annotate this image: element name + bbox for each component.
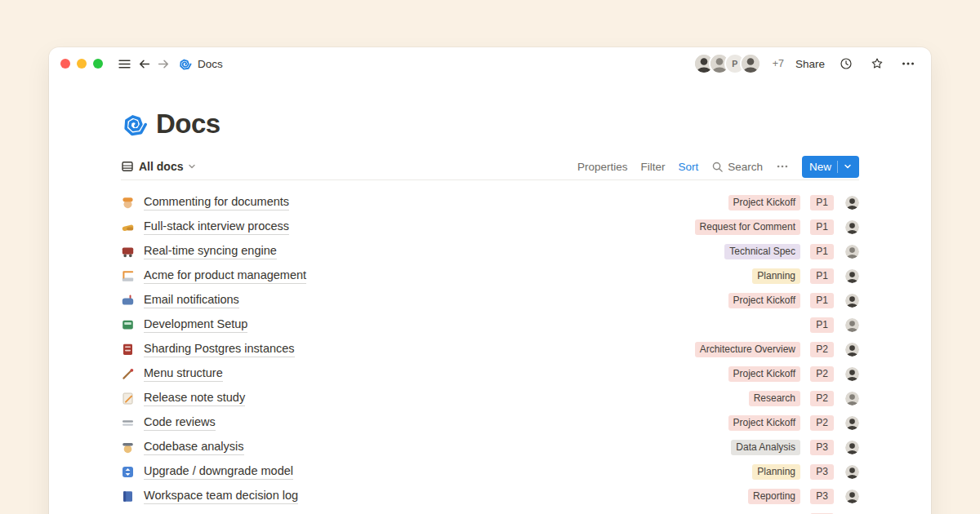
doc-row[interactable]: Release note study Research P2: [121, 386, 859, 410]
tag-badge[interactable]: Planning: [752, 464, 800, 480]
assignee-avatar[interactable]: [845, 392, 859, 405]
priority-badge[interactable]: P2: [810, 415, 834, 431]
tag-badge[interactable]: Project Kickoff: [728, 366, 800, 382]
assignee-avatar[interactable]: [845, 196, 859, 210]
doc-row[interactable]: Real-time syncing engine Technical Spec …: [121, 239, 859, 264]
tag-badge[interactable]: Project Kickoff: [728, 293, 800, 308]
search-button[interactable]: Search: [711, 161, 763, 173]
assignee-avatar[interactable]: [845, 490, 859, 503]
priority-badge[interactable]: P2: [810, 342, 834, 357]
doc-title-link[interactable]: Acme for product management: [144, 268, 306, 284]
priority-badge[interactable]: P1: [810, 219, 834, 235]
doc-title-link[interactable]: Commenting for documents: [144, 194, 289, 210]
more-ellipsis-icon[interactable]: [898, 54, 918, 73]
doc-row[interactable]: Full-stack interview process Request for…: [121, 215, 859, 239]
priority-badge[interactable]: P3: [810, 464, 834, 480]
doc-title-link[interactable]: Upgrade / downgrade model: [144, 463, 293, 480]
doc-row[interactable]: Commenting for documents Project Kickoff…: [121, 190, 859, 215]
new-doc-button[interactable]: New: [802, 156, 859, 178]
tag-badge[interactable]: Data Analysis: [731, 440, 800, 455]
search-icon: [711, 161, 724, 173]
doc-row[interactable]: Development Setup P1: [121, 312, 859, 337]
tag-badge[interactable]: Project Kickoff: [728, 415, 800, 431]
app-window: Docs P +7 Share: [49, 47, 931, 514]
doc-title-link[interactable]: Workspace team decision log: [144, 488, 298, 504]
favorite-star-icon[interactable]: [867, 54, 887, 73]
doc-row[interactable]: Code reviews Project Kickoff P2: [121, 410, 859, 435]
breadcrumb[interactable]: Docs: [178, 57, 223, 71]
assignee-avatar[interactable]: [845, 245, 859, 259]
avatar-overflow-count[interactable]: +7: [773, 58, 784, 69]
assignee-avatar[interactable]: [845, 367, 859, 381]
tag-badge[interactable]: Technical Spec: [724, 244, 800, 259]
page-content: Docs All docs Properties Filter Sort Sea…: [49, 80, 931, 514]
view-selector[interactable]: All docs: [121, 160, 196, 173]
priority-badge[interactable]: P3: [810, 489, 834, 504]
assignee-avatar[interactable]: [845, 343, 859, 357]
doc-row[interactable]: Sharding Postgres instances Architecture…: [121, 337, 859, 361]
doc-row[interactable]: Menu structure Project Kickoff P2: [121, 361, 859, 386]
handshake-icon: [121, 220, 135, 234]
close-window-button[interactable]: [60, 59, 70, 69]
doc-title-link[interactable]: Email notifications: [144, 292, 239, 308]
construction-worker-icon: [121, 196, 135, 210]
priority-badge[interactable]: P1: [810, 293, 834, 308]
notion-logo-icon: [178, 57, 192, 71]
back-arrow-icon[interactable]: [134, 54, 154, 73]
properties-button[interactable]: Properties: [577, 161, 628, 173]
share-button[interactable]: Share: [795, 58, 825, 70]
zoom-window-button[interactable]: [93, 59, 103, 69]
hamburger-menu-icon[interactable]: [114, 54, 134, 73]
doc-title-link[interactable]: Codebase analysis: [144, 439, 244, 455]
mailbox-icon: [121, 294, 135, 308]
more-ellipsis-icon[interactable]: [776, 160, 789, 173]
history-clock-icon[interactable]: [836, 54, 856, 73]
priority-badge[interactable]: P1: [810, 317, 834, 333]
view-toolbar: All docs Properties Filter Sort Search: [121, 153, 859, 180]
assignee-avatar[interactable]: [845, 416, 859, 430]
tag-badge[interactable]: Project Kickoff: [728, 195, 800, 210]
priority-badge[interactable]: P2: [810, 366, 834, 382]
doc-row[interactable]: Codebase analysis Data Analysis P3: [121, 435, 859, 459]
tag-badge[interactable]: Reporting: [748, 489, 800, 504]
doc-title-link[interactable]: Development Setup: [144, 317, 247, 333]
doc-row[interactable]: Upgrade / downgrade model Planning P3: [121, 459, 859, 484]
doc-title-link[interactable]: Menu structure: [144, 366, 223, 382]
tag-badge[interactable]: Planning: [752, 268, 800, 284]
assignee-avatar[interactable]: [845, 441, 859, 454]
assignee-avatar[interactable]: [845, 318, 859, 332]
doc-title-link[interactable]: Release note study: [144, 390, 245, 406]
chopsticks-icon: [121, 367, 135, 381]
tag-badge[interactable]: Request for Comment: [695, 219, 800, 235]
doc-title-link[interactable]: Sharding Postgres instances: [144, 341, 295, 357]
assignee-avatar[interactable]: [845, 220, 859, 234]
doc-title-link[interactable]: Full-stack interview process: [144, 219, 289, 235]
chevron-down-icon: [188, 162, 196, 171]
notebook-icon: [121, 490, 135, 503]
assignee-avatar[interactable]: [845, 294, 859, 308]
collaborator-avatar[interactable]: [740, 53, 761, 74]
toolbar-actions: Properties Filter Sort Search New: [577, 156, 859, 178]
priority-badge[interactable]: P1: [810, 268, 834, 284]
collaborator-avatar-stack[interactable]: P: [693, 53, 761, 74]
assignee-avatar[interactable]: [845, 269, 859, 283]
assignee-avatar[interactable]: [845, 465, 859, 479]
doc-row[interactable]: Workspace team decision log Reporting P3: [121, 484, 859, 508]
priority-badge[interactable]: P1: [810, 195, 834, 210]
doc-row[interactable]: Performance feedback P3: [121, 508, 859, 514]
doc-row[interactable]: Acme for product management Planning P1: [121, 264, 859, 288]
priority-badge[interactable]: P1: [810, 244, 834, 259]
doc-row[interactable]: Email notifications Project Kickoff P1: [121, 288, 859, 312]
sort-button[interactable]: Sort: [678, 161, 698, 173]
page-title: Docs: [156, 109, 220, 139]
minimize-window-button[interactable]: [77, 59, 87, 69]
filter-button[interactable]: Filter: [640, 161, 665, 173]
priority-badge[interactable]: P2: [810, 391, 834, 406]
tag-badge[interactable]: Research: [749, 391, 800, 406]
forward-arrow-icon[interactable]: [154, 54, 173, 73]
tag-badge[interactable]: Architecture Overview: [695, 342, 800, 357]
priority-badge[interactable]: P3: [810, 440, 834, 455]
doc-title-link[interactable]: Code reviews: [144, 414, 216, 431]
doc-title-link[interactable]: Real-time syncing engine: [144, 243, 277, 259]
window-titlebar: Docs P +7 Share: [49, 47, 931, 80]
